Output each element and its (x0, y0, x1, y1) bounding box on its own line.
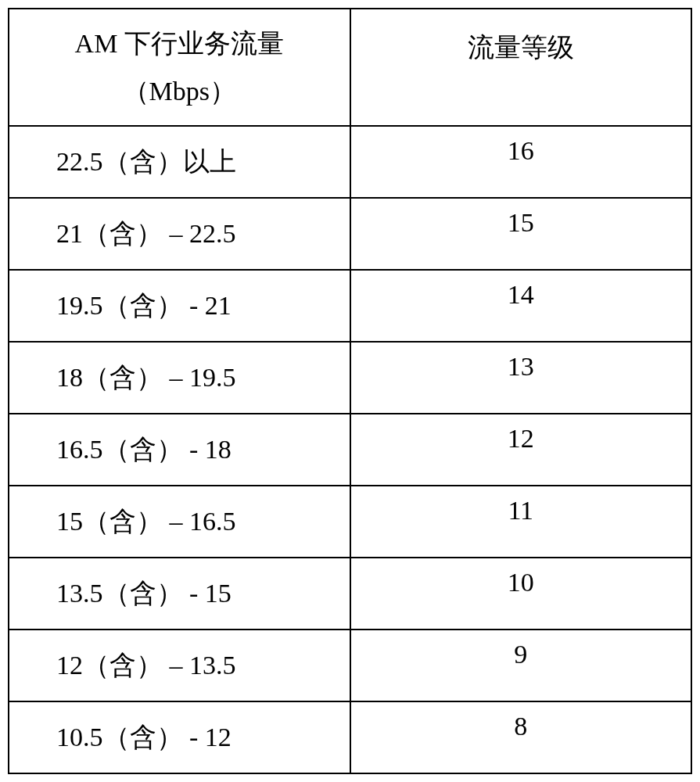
table-row: 18（含） – 19.5 13 (9, 342, 691, 414)
level-cell: 16 (350, 126, 692, 198)
range-cell: 12（含） – 13.5 (9, 630, 350, 701)
range-cell: 10.5（含） - 12 (9, 701, 350, 773)
level-cell: 9 (350, 630, 692, 701)
header-traffic-line2: （Mbps） (123, 77, 236, 106)
header-level-text: 流量等级 (468, 33, 574, 62)
table-row: 15（含） – 16.5 11 (9, 486, 691, 558)
level-cell: 10 (350, 558, 692, 630)
range-cell: 21（含） – 22.5 (9, 198, 350, 270)
table-container: AM 下行业务流量 （Mbps） 流量等级 22.5（含）以上 16 21（含）… (8, 8, 692, 774)
table-row: 21（含） – 22.5 15 (9, 198, 691, 270)
range-cell: 22.5（含）以上 (9, 126, 350, 198)
table-row: 10.5（含） - 12 8 (9, 701, 691, 773)
level-cell: 14 (350, 270, 692, 342)
level-cell: 12 (350, 414, 692, 486)
range-cell: 19.5（含） - 21 (9, 270, 350, 342)
header-traffic-line1: AM 下行业务流量 (75, 29, 284, 58)
table-row: 16.5（含） - 18 12 (9, 414, 691, 486)
level-cell: 15 (350, 198, 692, 270)
level-cell: 11 (350, 486, 692, 558)
table-row: 13.5（含） - 15 10 (9, 558, 691, 630)
range-cell: 18（含） – 19.5 (9, 342, 350, 414)
range-cell: 16.5（含） - 18 (9, 414, 350, 486)
header-traffic: AM 下行业务流量 （Mbps） (9, 9, 350, 126)
table-row: 22.5（含）以上 16 (9, 126, 691, 198)
table-header-row: AM 下行业务流量 （Mbps） 流量等级 (9, 9, 691, 126)
header-level: 流量等级 (350, 9, 692, 126)
level-cell: 13 (350, 342, 692, 414)
range-cell: 13.5（含） - 15 (9, 558, 350, 630)
range-cell: 15（含） – 16.5 (9, 486, 350, 558)
table-row: 19.5（含） - 21 14 (9, 270, 691, 342)
table-row: 12（含） – 13.5 9 (9, 630, 691, 701)
level-cell: 8 (350, 701, 692, 773)
traffic-level-table: AM 下行业务流量 （Mbps） 流量等级 22.5（含）以上 16 21（含）… (8, 8, 692, 774)
